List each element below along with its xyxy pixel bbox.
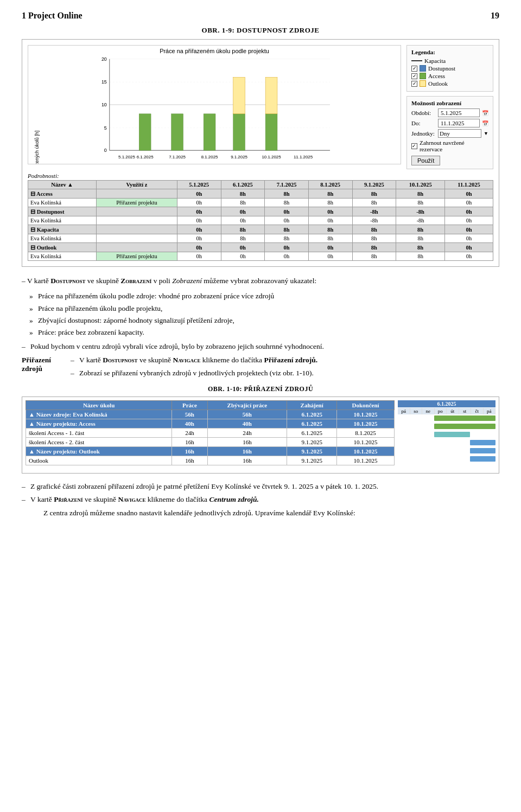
gantt-bar-skoleni2 [470,440,495,445]
assign-cell-value: 9.1.2025 [287,456,337,465]
calendar2-icon[interactable]: 📅 [482,120,488,126]
outlook-checkbox-icon[interactable]: ✓ [411,81,417,87]
assign-cell-value: 40h [207,419,287,429]
cell-name: Eva Kolínská [28,234,97,243]
access-checkbox-icon[interactable]: ✓ [411,73,417,79]
obdobi-label: Období: [411,110,436,116]
gantt-date-label: 6.1.2025 [398,400,495,407]
page-number: 19 [491,11,499,21]
cell-value: 0h [177,207,221,216]
access-color-icon [420,73,426,79]
footer-dash-1: Z grafické části zobrazení přiřazení zdr… [22,481,499,492]
assign-cell-value: 40h [172,419,208,429]
cell-value: 8h [352,252,396,261]
cell-value [96,234,177,243]
cell-value: -8h [352,207,396,216]
cell-value: 0h [265,216,309,225]
gantt-row-3 [398,431,495,438]
cell-value: 0h [445,216,493,225]
cell-value: 8h [221,225,265,234]
footer-section: Z grafické části zobrazení přiřazení zdr… [22,481,499,519]
do-value[interactable]: 11.1.2025 [438,119,480,127]
assign-cell-name: školení Access - 1. část [26,429,172,438]
gantt-bar-eva [434,415,495,421]
cell-value: 0h [308,207,352,216]
figure1-title: OBR. 1-9: DOSTUPNOST ZDROJE [22,26,499,35]
col-header-util: Využití z [96,181,177,189]
zobrazeni-ref: Zobrazení [120,277,151,285]
assign-cell-value: 16h [172,438,208,447]
assign-cell-value: 56h [207,410,287,419]
dostupnost-checkbox-icon[interactable]: ✓ [411,66,417,72]
cell-value: 0h [177,199,221,207]
svg-text:Práce na přiřazeném úkolu podl: Práce na přiřazeném úkolu podle projektu [160,48,269,54]
prirazeni-ref: Přiřazení [54,495,82,503]
cell-value: 0h [221,216,265,225]
table-row: ⊟ Kapacita0h8h8h8h8h8h0h [28,225,493,234]
sidebar-content: V kartě Dostupnost ve skupině Navigace k… [71,355,499,381]
legend-item-dostupnost: ✓ Dostupnost [411,65,488,72]
svg-text:8.1.2025: 8.1.2025 [201,155,218,159]
cell-value: 8h [221,199,265,207]
svg-rect-21 [233,114,245,150]
cell-value: 8h [265,234,309,243]
svg-text:Práce na přiřazených úkolů [h]: Práce na přiřazených úkolů [h] [34,131,40,164]
cell-value: 0h [445,243,493,252]
gantt-row-5 [398,447,495,455]
svg-rect-22 [233,77,245,113]
svg-text:5.1.2025: 5.1.2025 [118,155,135,159]
rezervace-checkbox-icon[interactable]: ✓ [411,143,417,149]
details-section: Podrobnosti: Název ▲ Využití z 5.1.2025 … [28,172,493,261]
calendar-icon[interactable]: 📅 [482,110,488,116]
col-header-d7: 11.1.2025 [445,181,493,189]
gantt-day-ut: út [447,408,459,414]
bullet-item-1: Práce na přiřazeném úkolu podle zdroje: … [38,291,499,302]
assign-gantt: 6.1.2025 pá so ne po út st čt pá [398,400,495,470]
svg-text:5: 5 [104,125,107,131]
cell-value: Přiřazení projektu [96,199,177,207]
pouzit-button[interactable]: Použít [411,156,440,165]
svg-text:10.1.2025: 10.1.2025 [262,155,281,159]
cell-value: 0h [265,207,309,216]
cell-name: Eva Kolínská [28,252,97,261]
dropdown-icon[interactable]: ▼ [484,131,488,136]
cell-value: 8h [265,189,309,199]
svg-text:7.1.2025: 7.1.2025 [169,155,186,159]
gantt-rows [398,414,495,463]
assign-table: Název úkolu Práce Zbývající práce Zaháje… [26,400,395,465]
cell-value: 8h [221,189,265,199]
assign-col-dokonceni: Dokončení [337,401,395,410]
options-row-do: Do: 11.1.2025 📅 [411,119,488,127]
assign-cell-name: ▲ Název projektu: Outlook [26,447,172,456]
options-checkbox-rezervace: ✓ Zahrnout navržené rezervace [411,139,488,152]
cell-value: 8h [308,189,352,199]
cell-value: 0h [445,189,493,199]
assign-cell-value: 10.1.2025 [337,438,395,447]
cell-value: 8h [352,234,396,243]
cell-name: Eva Kolínská [28,199,97,207]
cell-value: 0h [221,207,265,216]
assign-cell-value: 16h [207,438,287,447]
legend-title: Legenda: [411,49,488,55]
cell-value: 0h [308,243,352,252]
cell-value: 8h [396,199,445,207]
cell-value: 8h [221,234,265,243]
cell-value: 0h [177,189,221,199]
cell-value: 8h [265,199,309,207]
cell-value: 8h [396,252,445,261]
assign-cell-value: 6.1.2025 [287,410,337,419]
cell-value [96,243,177,252]
svg-text:20: 20 [101,56,107,62]
assign-cell-name: Outlook [26,456,172,465]
cell-value: 0h [445,225,493,234]
cell-value: 0h [177,252,221,261]
assign-cell-name: ▲ Název zdroje: Eva Kolínská [26,410,172,419]
table-header-row: Název ▲ Využití z 5.1.2025 6.1.2025 7.1.… [28,181,493,189]
svg-rect-17 [171,114,183,150]
jednotky-select[interactable]: Dny [438,129,481,138]
assign-col-name: Název úkolu [26,401,172,410]
details-table: Název ▲ Využití z 5.1.2025 6.1.2025 7.1.… [28,180,493,261]
cell-value: 8h [352,199,396,207]
cell-name: ⊟ Kapacita [28,225,97,234]
obdobi-value[interactable]: 5.1.2025 [438,108,480,117]
